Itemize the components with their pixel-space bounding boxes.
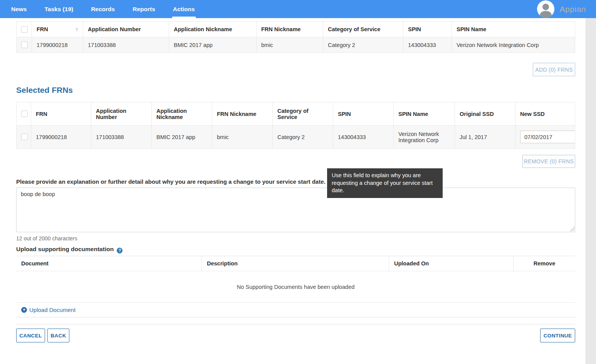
nav-tab-news[interactable]: News <box>10 0 28 18</box>
row-checkbox[interactable] <box>21 42 28 48</box>
cell-frn-nickname: bmic <box>257 37 323 53</box>
cell-new-ssd <box>515 126 575 149</box>
nav-tab-actions[interactable]: Actions <box>172 0 196 18</box>
explanation-label-row: Please provide an explanation or further… <box>16 178 336 186</box>
cell-application-nickname: BMIC 2017 app <box>169 37 257 53</box>
table-row: 1799000218 171003388 BMIC 2017 app bmic … <box>17 126 575 149</box>
remove-frns-button[interactable]: REMOVE (0) FRNS <box>522 155 575 168</box>
col-header-spin-name[interactable]: SPIN Name <box>452 22 575 37</box>
cell-original-ssd: Jul 1, 2017 <box>455 126 515 149</box>
frn-search-results-table: FRN↑ Application Number Application Nick… <box>16 21 575 53</box>
cell-application-nickname: BMIC 2017 app <box>152 126 212 149</box>
explanation-textarea[interactable]: boop de boop <box>16 188 575 232</box>
col-header-new-ssd[interactable]: New SSD <box>515 102 575 126</box>
col-header-remove: Remove <box>514 256 575 271</box>
upload-document-label: Upload Document <box>29 307 76 313</box>
selected-frns-table: FRN Application Number Application Nickn… <box>16 102 575 149</box>
nav-tab-tasks[interactable]: Tasks (19) <box>44 0 74 18</box>
col-header-frn[interactable]: FRN↑ <box>32 22 83 37</box>
back-button[interactable]: BACK <box>47 329 69 342</box>
cell-application-number: 171003388 <box>83 37 169 53</box>
col-header-original-ssd[interactable]: Original SSD <box>455 102 515 126</box>
col-header-document: Document <box>16 256 202 271</box>
upload-label-row: Upload supporting documentation ? <box>16 246 123 253</box>
col-header-application-nickname[interactable]: Application Nickname <box>152 102 212 126</box>
cell-spin-name: Verizon Network Integration Corp <box>394 126 455 149</box>
footer-divider <box>16 324 575 324</box>
col-header-application-number[interactable]: Application Number <box>91 102 152 126</box>
explanation-label: Please provide an explanation or further… <box>16 178 326 185</box>
cell-category-of-service: Category 2 <box>273 126 333 149</box>
row-select-cell <box>17 37 32 53</box>
user-avatar[interactable] <box>537 0 554 18</box>
help-icon[interactable]: ? <box>117 248 123 253</box>
col-header-frn[interactable]: FRN <box>31 102 91 126</box>
appian-logo: Appian <box>560 5 586 14</box>
col-header-spin[interactable]: SPIN <box>333 102 394 126</box>
col-header-spin[interactable]: SPIN <box>403 22 452 37</box>
nav-tab-reports[interactable]: Reports <box>132 0 156 18</box>
cell-frn: 1799000218 <box>31 126 91 149</box>
upload-document-link[interactable]: + Upload Document <box>21 307 76 313</box>
cell-spin: 143004333 <box>403 37 452 53</box>
documents-header-row: Document Description Uploaded On Remove <box>16 256 575 271</box>
select-all-cell <box>17 22 32 37</box>
documents-table: Document Description Uploaded On Remove … <box>16 256 575 317</box>
top-navbar: News Tasks (19) Records Reports Actions … <box>0 0 596 18</box>
cancel-button[interactable]: CANCEL <box>16 329 45 342</box>
person-icon <box>537 0 554 18</box>
col-header-uploaded-on: Uploaded On <box>389 256 514 271</box>
col-header-category-of-service[interactable]: Category of Service <box>323 22 403 37</box>
help-tooltip: Use this field to explain why you are re… <box>327 168 443 198</box>
page-right-gutter <box>586 18 596 364</box>
page: News Tasks (19) Records Reports Actions … <box>0 0 596 364</box>
plus-circle-icon: + <box>21 307 27 313</box>
cell-frn-nickname: bmic <box>212 126 273 149</box>
select-all-cell <box>17 102 31 126</box>
cell-frn: 1799000218 <box>32 37 83 53</box>
select-all-checkbox[interactable] <box>21 26 28 33</box>
cell-spin: 143004333 <box>333 126 394 149</box>
upload-document-row: + Upload Document <box>16 303 575 317</box>
character-count: 12 out of 2000 characters <box>16 235 77 242</box>
table-row: 1799000218 171003388 BMIC 2017 app bmic … <box>17 37 575 53</box>
upload-documentation-label: Upload supporting documentation <box>16 246 114 252</box>
selected-frns-heading: Selected FRNs <box>16 86 73 95</box>
add-frns-button[interactable]: ADD (0) FRNS <box>533 63 575 76</box>
nav-right: Appian <box>537 0 586 18</box>
col-header-description: Description <box>202 256 389 271</box>
nav-tabs: News Tasks (19) Records Reports Actions <box>0 0 212 18</box>
select-all-checkbox[interactable] <box>21 111 28 117</box>
col-header-frn-nickname[interactable]: FRN Nickname <box>212 102 273 126</box>
nav-tab-records[interactable]: Records <box>90 0 116 18</box>
col-header-spin-name[interactable]: SPIN Name <box>394 102 455 126</box>
col-header-application-number[interactable]: Application Number <box>83 22 169 37</box>
new-ssd-input[interactable] <box>520 131 575 143</box>
table-header-row: FRN↑ Application Number Application Nick… <box>17 22 575 37</box>
row-select-cell <box>17 126 31 149</box>
continue-button[interactable]: CONTINUE <box>540 329 575 342</box>
sort-ascending-icon: ↑ <box>76 26 78 32</box>
col-header-frn-label: FRN <box>37 26 48 32</box>
cell-application-number: 171003388 <box>91 126 152 149</box>
col-header-application-nickname[interactable]: Application Nickname <box>169 22 257 37</box>
col-header-frn-nickname[interactable]: FRN Nickname <box>257 22 323 37</box>
col-header-category-of-service[interactable]: Category of Service <box>273 102 333 126</box>
cell-category-of-service: Category 2 <box>323 37 403 53</box>
no-documents-message: No Supporting Documents have been upload… <box>16 271 575 303</box>
row-checkbox[interactable] <box>21 134 28 140</box>
cell-spin-name: Verizon Network Integration Corp <box>452 37 575 53</box>
table-header-row: FRN Application Number Application Nickn… <box>17 102 575 126</box>
